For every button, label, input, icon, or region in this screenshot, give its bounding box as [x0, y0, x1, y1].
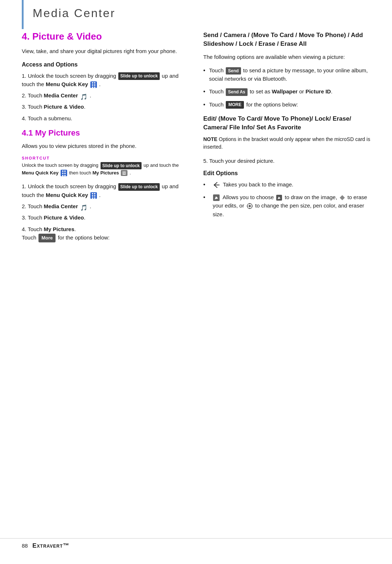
edit-bullet-2: Allows you to choose to draw on the imag…: [203, 193, 370, 218]
shortcut-box: Shortcut Unlock the touch screen by drag…: [22, 156, 189, 176]
diamond-icon: [339, 195, 345, 201]
page-container: Media Center 4. Picture & Video View, ta…: [0, 0, 392, 564]
send-bullet-3: Touch MORE for the options below:: [203, 100, 370, 109]
footer: 88 Extravert™: [0, 538, 392, 553]
right-column: Send / Camera / (Move To Card / Move To …: [203, 31, 370, 248]
edit-options-heading: Edit Options: [203, 170, 370, 177]
my-pic-step-4: 4. Touch My Pictures. Touch More for the…: [22, 225, 189, 242]
edit-bullets-list: Takes you back to the image. Allows you …: [203, 180, 370, 218]
menu-quick-key-icon-2: [90, 192, 97, 199]
more-dark-badge: MORE: [226, 101, 244, 109]
access-options-heading: Access and Options: [22, 61, 189, 68]
step1-end: .: [99, 81, 101, 87]
pencil-choose-icon: [276, 194, 282, 201]
svg-point-6: [249, 205, 251, 207]
left-column: 4. Picture & Video View, take, and share…: [22, 31, 189, 248]
my-pictures-steps-list: 1. Unlock the touch screen by dragging S…: [22, 182, 189, 242]
section-title: 4. Picture & Video: [22, 31, 189, 42]
my-pic-step-1: 1. Unlock the touch screen by dragging S…: [22, 182, 189, 199]
my-pic-step-3: 3. Touch Picture & Video.: [22, 213, 189, 222]
gear-icon: [246, 203, 253, 209]
edit-move-heading: Edit/ (Move To Card/ Move To Phone)/ Loc…: [203, 114, 370, 132]
section-intro: View, take, and share your digital pictu…: [22, 47, 189, 56]
send-intro: The following options are available when…: [203, 53, 370, 61]
pencil-icon: [213, 194, 220, 201]
access-step-2: 2. Touch Media Center 🎵 .: [22, 91, 189, 100]
page-header: Media Center: [0, 0, 392, 24]
svg-rect-4: [340, 195, 345, 200]
left-accent-bar: [22, 0, 24, 29]
send-bullet-2: Touch Send As to set as Wallpaper or Pic…: [203, 87, 370, 96]
edit-bullet-1: Takes you back to the image.: [203, 180, 370, 189]
brand-name: Extravert™: [32, 542, 69, 549]
access-steps-list: 1. Unlock the touch screen by dragging S…: [22, 72, 189, 122]
page-title: Media Center: [29, 7, 363, 20]
shortcut-content: Unlock the touch screen by dragging Slid…: [22, 162, 189, 176]
step2-text: 2. Touch Media Center: [22, 92, 79, 98]
send-bullets-list: Touch Send to send a picture by message,…: [203, 66, 370, 109]
shortcut-label: Shortcut: [22, 156, 189, 160]
touch-desired: 5. Touch your desired picture.: [203, 157, 370, 165]
my-pic-step-2: 2. Touch Media Center 🎵 .: [22, 202, 189, 210]
subsection-title: 4.1 My Pictures: [22, 128, 189, 138]
media-center-icon-1: 🎵: [80, 93, 87, 99]
access-step-1: 1. Unlock the touch screen by dragging S…: [22, 72, 189, 89]
my-pictures-icon: 🖼: [121, 170, 127, 176]
slide-unlock-badge-shortcut: Slide up to unlock: [101, 162, 142, 169]
more-badge: More: [38, 234, 56, 242]
step1-num: 1. Unlock the touch screen by dragging: [22, 73, 118, 79]
sendas-badge: Send As: [226, 88, 248, 96]
slide-unlock-badge-2: Slide up to unlock: [118, 183, 159, 191]
subsection-intro: Allows you to view pictures stored in th…: [22, 142, 189, 150]
menu-quick-key-icon-shortcut: [61, 170, 67, 176]
main-content: 4. Picture & Video View, take, and share…: [0, 24, 392, 270]
note-text: NOTE Options in the bracket would only a…: [203, 136, 370, 151]
media-center-icon-2: 🎵: [80, 204, 87, 210]
send-bullet-1: Touch Send to send a picture by message,…: [203, 66, 370, 83]
slide-unlock-badge-1: Slide up to unlock: [118, 72, 159, 80]
send-heading: Send / Camera / (Move To Card / Move To …: [203, 31, 370, 48]
send-badge: Send: [226, 67, 241, 75]
access-step-4: 4. Touch a submenu.: [22, 114, 189, 122]
menu-quick-key-icon-1: [90, 81, 97, 88]
note-label: NOTE: [203, 136, 217, 142]
back-icon: [213, 182, 220, 188]
page-number: 88 Extravert™: [22, 542, 69, 549]
access-step-3: 3. Touch Picture & Video.: [22, 102, 189, 111]
